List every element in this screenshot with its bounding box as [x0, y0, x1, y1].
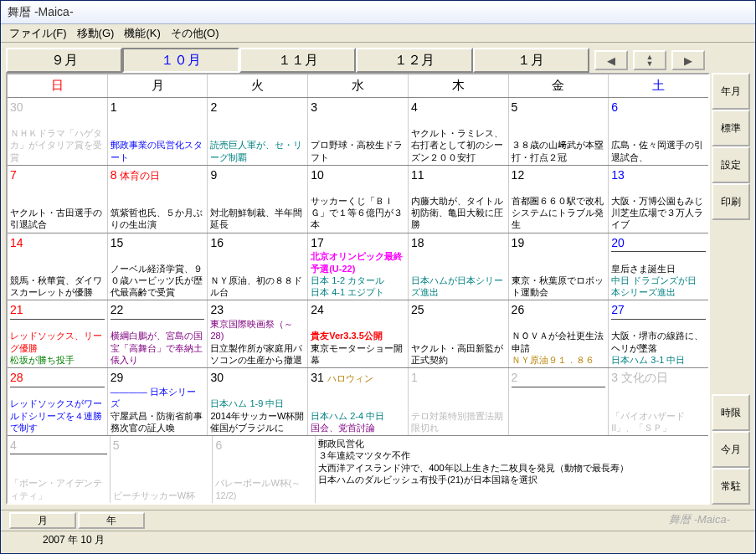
- menu-move[interactable]: 移動(G): [72, 24, 120, 43]
- calendar-cell[interactable]: 11内藤大助が、タイトル初防衛、亀田大毅に圧勝: [409, 166, 509, 233]
- updown-button[interactable]: ▲▼: [633, 50, 666, 70]
- sidebar-button[interactable]: 標準: [712, 110, 750, 146]
- notes-cell: 郵政民営化３年連続マツタケ不作大西洋アイスランド沖で、400年以上生きた二枚貝を…: [316, 436, 708, 503]
- calendar-cell[interactable]: 13大阪・万博公園もみじ川芝生広場で３万人ライブ: [609, 166, 708, 233]
- calendar-cell[interactable]: 16ＮＹ原油、初の８８ドル台: [208, 233, 308, 300]
- sidebar-button[interactable]: 設定: [712, 146, 750, 183]
- calendar-cell[interactable]: 3 文化の日「バイオハザードII」、「ＳＰ」: [609, 368, 708, 435]
- calendar-cell[interactable]: 19東京・秋葉原でロボット運動会: [509, 233, 609, 300]
- window-title: 舞暦 -Maica-: [1, 1, 755, 24]
- day-label: 日: [8, 74, 108, 97]
- footer-credit: 舞暦 -Maica-: [669, 512, 747, 529]
- day-label: 土: [609, 74, 708, 97]
- calendar-cell[interactable]: 12首都圏６６０駅で改札システムにトラブル発生: [509, 166, 609, 233]
- calendar-cell[interactable]: 14競馬・秋華賞、ダイワスカーレットが優勝: [8, 233, 108, 300]
- day-label: 金: [509, 74, 609, 97]
- calendar-cell[interactable]: 20皇后さま誕生日中日 ドラゴンズが日本シリーズ進出: [609, 233, 708, 300]
- calendar-cell[interactable]: 5ビーチサッカーW杯: [111, 436, 213, 503]
- month-tab[interactable]: １０月: [122, 48, 239, 73]
- calendar-cell[interactable]: 4ヤクルト・ラミレス、右打者として初のシーズン２００安打: [409, 98, 509, 165]
- footer-tab-year[interactable]: 年: [78, 512, 145, 529]
- calendar-cell[interactable]: 26ＮＯＶＡが会社更生法申請ＮＹ原油９１．８６: [509, 300, 609, 367]
- calendar-cell[interactable]: 2読売巨人軍が、セ・リーグ制覇: [208, 98, 308, 165]
- calendar-cell[interactable]: 6広島・佐々岡選手の引退試合、: [609, 98, 708, 165]
- calendar-cell[interactable]: 2: [509, 368, 609, 435]
- next-button[interactable]: ▶: [671, 50, 705, 70]
- status-bar: 2007 年 10 月: [1, 531, 755, 549]
- day-label: 木: [409, 74, 509, 97]
- calendar-cell[interactable]: 7ヤクルト・古田選手の引退試合: [8, 166, 108, 233]
- calendar-cell[interactable]: 17北京オリンピック最終予選(U-22)日本 1-2 カタール日本 4-1 エジ…: [308, 233, 409, 300]
- calendar-cell[interactable]: 5３８歳の山﨑武が本塁打・打点２冠: [509, 98, 609, 165]
- calendar-cell[interactable]: 23東京国際映画祭（～28)日立製作所が家庭用パソコンの生産から撤退: [208, 300, 308, 367]
- calendar-cell[interactable]: 30日本ハム 1-9 中日2014年サッカーW杯開催国がブラジルに: [208, 368, 308, 435]
- sidebar-button[interactable]: 年月: [712, 73, 750, 110]
- calendar-cell[interactable]: 9対北朝鮮制裁、半年間延長: [208, 166, 308, 233]
- menu-other[interactable]: その他(O): [166, 24, 224, 43]
- month-tabs: ９月１０月１１月１２月１月 ◀ ▲▼ ▶: [6, 48, 710, 73]
- calendar-cell[interactable]: 29―――― 日本シリーズ守屋武昌・防衛省前事務次官の証人喚: [108, 368, 208, 435]
- footer-tab-month[interactable]: 月: [9, 512, 76, 529]
- calendar-cell[interactable]: 18日本ハムが日本シリーズ進出: [409, 233, 509, 300]
- sidebar-button[interactable]: 今月: [712, 431, 750, 468]
- calendar-cell[interactable]: 4「ボーン・アイデンティティ」: [8, 436, 111, 503]
- month-tab[interactable]: １月: [473, 48, 589, 73]
- calendar-cell[interactable]: 1テロ対策特別措置法期限切れ: [409, 368, 509, 435]
- month-tab[interactable]: １１月: [239, 48, 356, 73]
- calendar-cell[interactable]: 1郵政事業の民営化スタート: [108, 98, 208, 165]
- calendar-cell[interactable]: 31 ハロウィン日本ハム 2-4 中日国会、党首討論: [308, 368, 409, 435]
- day-label: 火: [208, 74, 308, 97]
- sidebar-button[interactable]: 時限: [712, 394, 750, 431]
- calendar-cell[interactable]: 27大阪・堺市の線路に、ヘリが墜落日本ハム 3-1 中日: [609, 300, 708, 367]
- menu-bar: ファイル(F) 移動(G) 機能(K) その他(O): [1, 24, 755, 43]
- day-header: 日月火水木金土: [8, 74, 708, 98]
- month-tab[interactable]: ９月: [6, 48, 122, 73]
- day-label: 水: [308, 74, 409, 97]
- calendar-cell[interactable]: 28レッドソックスがワールドシリーズを４連勝で制す: [8, 368, 108, 435]
- month-tab[interactable]: １２月: [356, 48, 472, 73]
- menu-func[interactable]: 機能(K): [119, 24, 165, 43]
- sidebar-button[interactable]: 常駐: [712, 468, 750, 505]
- sidebar: 年月標準設定印刷時限今月常駐: [710, 48, 752, 505]
- day-label: 月: [108, 74, 208, 97]
- calendar-cell[interactable]: 25ヤクルト・高田新監が正式契約: [409, 300, 509, 367]
- menu-file[interactable]: ファイル(F): [4, 24, 72, 43]
- calendar-cell[interactable]: 15ノーベル経済学賞、９０歳ハービッツ氏が歴代最高齢で受賞: [108, 233, 208, 300]
- calendar-cell[interactable]: 22横綱白鵬が、宮島の国宝「高舞台」で奉納土俵入り: [108, 300, 208, 367]
- calendar-cell[interactable]: 10サッカーくじ「ＢＩＧ」で１等６億円が３本: [308, 166, 409, 233]
- calendar-cell[interactable]: 8 体育の日筑紫哲也氏、５か月ぶりの生出演: [108, 166, 208, 233]
- calendar-cell[interactable]: 6バレーボールW杯(～12/2): [213, 436, 316, 503]
- calendar-cell[interactable]: 30ＮＨＫドラマ「ハゲタカ」がイタリア賞を受賞: [8, 98, 108, 165]
- prev-button[interactable]: ◀: [594, 50, 628, 70]
- sidebar-button[interactable]: 印刷: [712, 183, 750, 220]
- calendar-cell[interactable]: 3プロ野球・高校生ドラフト: [308, 98, 409, 165]
- calendar-cell[interactable]: 21レッドソックス、リーグ優勝松坂が勝ち投手: [8, 300, 108, 367]
- calendar-cell[interactable]: 24貴友Ver3.3.5公開東京モーターショー開幕: [308, 300, 409, 367]
